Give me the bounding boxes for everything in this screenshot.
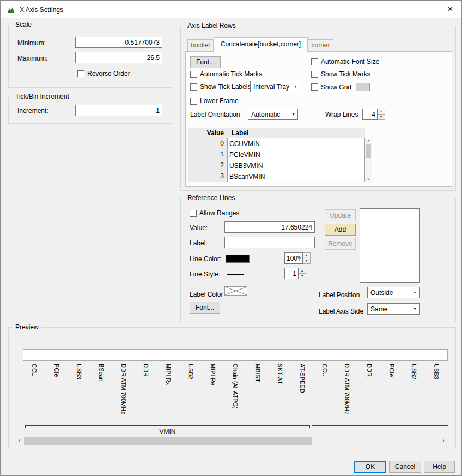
allow-ranges-label: Allow Ranges (199, 209, 239, 217)
tick-label: USB2 (411, 364, 417, 379)
tick-label: BScan (98, 364, 105, 381)
spin-up-icon[interactable]: ▴ (303, 253, 310, 258)
preview-axis-area (23, 349, 448, 361)
row-label-input[interactable] (227, 160, 365, 171)
reference-value-input[interactable] (224, 221, 315, 233)
reference-lines-list[interactable] (360, 208, 420, 283)
table-scrollbar[interactable]: ∧ ∨ (365, 138, 372, 182)
minimum-input[interactable] (75, 37, 162, 48)
line-width-spinner[interactable]: ▴▾ (284, 268, 306, 279)
automatic-font-size-checkbox[interactable]: Automatic Font Size (311, 58, 379, 65)
wrap-lines-label: Wrap Lines (325, 111, 358, 118)
lower-frame-checkbox[interactable]: Lower Frame (190, 97, 239, 105)
help-button[interactable]: Help (424, 461, 455, 473)
tick-label: SKT-AT (277, 364, 283, 384)
maximum-label: Maximum: (17, 55, 47, 62)
reverse-order-label: Reverse Order (87, 70, 130, 77)
tick-slot: MIPI Rx (157, 364, 179, 425)
scrollbar-track[interactable] (24, 436, 439, 445)
spin-up-icon[interactable]: ▴ (378, 109, 385, 115)
remove-button: Remove (325, 238, 356, 250)
allow-ranges-checkbox[interactable]: Allow Ranges (190, 209, 239, 217)
cancel-button[interactable]: Cancel (389, 461, 421, 473)
automatic-tick-marks-label: Automatic Tick Marks (200, 70, 262, 78)
scroll-left-icon[interactable]: ‹ (15, 436, 24, 445)
row-label-input[interactable] (227, 138, 365, 149)
spin-down-icon[interactable]: ▾ (303, 258, 310, 263)
wrap-lines-input[interactable] (362, 109, 378, 120)
row-value: 3 (188, 171, 227, 182)
label-orientation-combo[interactable]: Automatic ▾ (248, 109, 298, 120)
row-value: 2 (188, 160, 227, 171)
row-label-input[interactable] (227, 149, 365, 160)
row-label-input[interactable] (227, 171, 365, 182)
tick-label: CCU (321, 364, 328, 377)
line-style-sample[interactable] (227, 274, 244, 275)
add-button[interactable]: Add (325, 224, 356, 236)
reverse-order-checkbox[interactable]: Reverse Order (77, 70, 130, 77)
app-icon (7, 5, 15, 14)
line-opacity-input[interactable] (284, 252, 303, 264)
automatic-tick-marks-checkbox[interactable]: Automatic Tick Marks (190, 70, 262, 78)
line-opacity-spinner[interactable]: ▴▾ (284, 252, 311, 264)
tick-slot: AT-SPEED (291, 364, 314, 425)
tick-label: DDR ATM 700MHz (344, 364, 350, 414)
spin-down-icon[interactable]: ▾ (299, 274, 306, 279)
show-grid-checkbox[interactable]: Show Grid (311, 83, 370, 91)
spin-down-icon[interactable]: ▾ (378, 115, 385, 119)
tick-label: USB2 (187, 364, 194, 379)
table-row: 2 (188, 160, 365, 171)
close-icon[interactable]: ✕ (447, 5, 453, 13)
tick-label: DDR ATM 700MHz (120, 364, 127, 414)
line-color-swatch[interactable] (226, 255, 250, 263)
tab-corner[interactable]: corner (308, 39, 333, 51)
increment-input[interactable] (75, 105, 162, 116)
tick-slot: USB3 (425, 364, 448, 425)
grid-color-swatch[interactable] (356, 83, 370, 91)
increment-label: Increment: (17, 107, 48, 115)
maximum-input[interactable] (75, 52, 162, 63)
preview-scrollbar[interactable]: ‹ › (15, 436, 448, 445)
reference-font-button[interactable]: Font... (190, 302, 220, 314)
tick-slot: DDR ATM 700MHz (112, 364, 135, 425)
tick-label: USB3 (76, 364, 82, 379)
tick-slot: DDR ATM 700MHz (336, 364, 358, 425)
scrollbar-thumb[interactable] (366, 144, 371, 158)
spinner-buttons: ▴▾ (303, 252, 311, 264)
scroll-down-icon[interactable]: ∨ (367, 176, 370, 182)
spin-up-icon[interactable]: ▴ (299, 268, 306, 274)
scroll-up-icon[interactable]: ∧ (367, 138, 370, 144)
show-tick-marks-label: Show Tick Marks (321, 70, 370, 78)
reference-label-input[interactable] (224, 237, 315, 248)
tick-label: MIPI Re (210, 364, 216, 385)
font-button[interactable]: Font... (190, 56, 221, 68)
label-color-swatch[interactable] (224, 286, 247, 296)
minimum-label: Minimum: (17, 39, 46, 47)
ok-button[interactable]: OK (354, 461, 386, 473)
tab-bucket[interactable]: bucket (187, 39, 214, 51)
tick-label-mode-combo[interactable]: Interval Tray ▾ (250, 81, 300, 92)
scrollbar-thumb[interactable] (24, 437, 312, 445)
checkbox-box (311, 58, 318, 65)
tab-concatenate-bucket-corner[interactable]: Concatenate[bucket,corner] (214, 37, 308, 52)
show-tick-marks-checkbox[interactable]: Show Tick Marks (311, 70, 370, 78)
chevron-down-icon: ▾ (291, 84, 300, 89)
tick-slot: BScan (90, 364, 112, 425)
table-header: Value Label (188, 128, 365, 138)
tick-label: DDR (366, 364, 373, 377)
tick-slot: MIPI Re (202, 364, 224, 425)
axis-label-table: Value Label 0 1 2 3 (188, 128, 372, 182)
label-axis-side-combo[interactable]: Same ▾ (367, 303, 420, 315)
row-value: 1 (188, 149, 227, 160)
label-position-combo[interactable]: Outside ▾ (367, 287, 420, 298)
no-color-x-icon (225, 287, 247, 295)
spinner-buttons: ▴▾ (299, 268, 306, 279)
axis-group-line-2 (312, 425, 448, 428)
line-width-input[interactable] (284, 268, 299, 279)
tick-slot: MBIST (246, 364, 269, 425)
table-row: 3 (188, 171, 365, 182)
window-title: X Axis Settings (20, 6, 63, 14)
wrap-lines-spinner[interactable]: ▴▾ (362, 109, 385, 120)
show-tick-labels-checkbox[interactable]: Show Tick Labels (190, 83, 251, 91)
scroll-right-icon[interactable]: › (439, 436, 448, 445)
